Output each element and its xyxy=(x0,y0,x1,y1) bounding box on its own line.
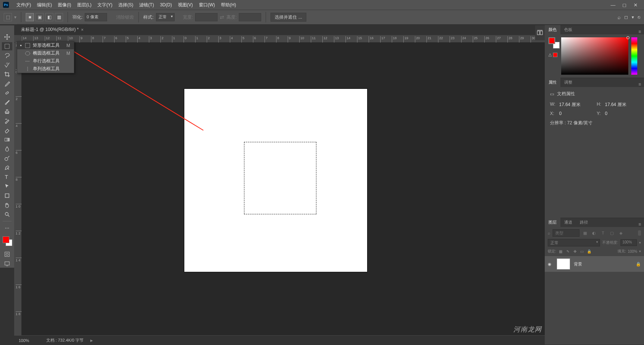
filter-type-icon[interactable]: T xyxy=(600,230,606,236)
swap-wh-icon[interactable]: ⇄ xyxy=(220,14,224,20)
fill-input[interactable]: 100% xyxy=(628,249,637,254)
flyout-ellipse-marquee[interactable]: 椭圆选框工具 M xyxy=(17,49,74,57)
color-field[interactable] xyxy=(561,37,628,75)
select-and-mask-button[interactable]: 选择并遮住 ... xyxy=(271,13,306,22)
stamp-tool[interactable] xyxy=(2,108,12,116)
sel-subtract-icon[interactable]: ◧ xyxy=(45,13,53,21)
adjustments-tab[interactable]: 调整 xyxy=(560,78,576,87)
tool-preset-icon[interactable]: ⬚ xyxy=(4,13,12,21)
filter-adjust-icon[interactable]: ◐ xyxy=(591,230,597,236)
layer-thumbnail[interactable] xyxy=(557,258,570,270)
properties-tab[interactable]: 属性 xyxy=(545,78,560,87)
frame-icon[interactable]: ◻ xyxy=(624,15,628,20)
zoom-level[interactable]: 100% xyxy=(19,338,40,343)
layer-filter-input[interactable] xyxy=(553,229,579,237)
menu-file[interactable]: 文件(F) xyxy=(13,0,34,10)
share-icon[interactable]: ⎋ xyxy=(638,15,640,20)
screenmode-tool[interactable] xyxy=(2,259,12,268)
blur-tool[interactable] xyxy=(2,145,12,153)
edit-toolbar-icon[interactable]: ⋯ xyxy=(2,224,12,232)
feather-input[interactable]: 0 像素 xyxy=(85,13,107,21)
lock-icon[interactable]: 🔒 xyxy=(636,262,641,267)
flyout-rect-marquee[interactable]: ● 矩形选框工具 M xyxy=(17,41,74,49)
selection-marquee[interactable] xyxy=(244,142,316,214)
ruler-vertical[interactable]: 2024681 01 21 41 61 8 xyxy=(14,43,22,335)
maximize-button[interactable]: ◻ xyxy=(619,1,630,9)
status-menu-icon[interactable]: ▶ xyxy=(90,339,93,342)
doc-info[interactable]: 文档 : 732.4K/0 字节 xyxy=(46,338,84,343)
workspace-icon[interactable]: ▾ xyxy=(632,15,634,20)
blend-mode-select[interactable]: 正常 xyxy=(548,239,600,246)
style-select[interactable]: 正常 xyxy=(156,13,175,21)
path-select-tool[interactable] xyxy=(2,182,12,190)
lock-all-icon[interactable]: 🔒 xyxy=(587,249,592,254)
lasso-tool[interactable] xyxy=(2,52,12,60)
color-panel-menu-icon[interactable]: ≡ xyxy=(635,29,644,34)
document-tab[interactable]: 未标题-1 @ 100%(RGB/8#) * × xyxy=(17,24,87,35)
flyout-row-marquee[interactable]: 单行选框工具 xyxy=(17,57,74,65)
crop-tool[interactable] xyxy=(2,70,12,78)
layer-name[interactable]: 背景 xyxy=(574,261,632,267)
sel-new-icon[interactable]: ■ xyxy=(26,13,34,21)
history-panel-icon[interactable] xyxy=(537,29,543,36)
hand-tool[interactable] xyxy=(2,201,12,209)
pen-tool[interactable] xyxy=(2,164,12,172)
panel-fg-swatch[interactable] xyxy=(548,37,555,44)
flyout-col-marquee[interactable]: 单列选框工具 xyxy=(17,65,74,73)
sel-add-icon[interactable]: ▣ xyxy=(35,13,44,21)
foreground-swatch[interactable] xyxy=(3,236,9,243)
hue-slider[interactable] xyxy=(631,37,637,75)
menu-type[interactable]: 文字(Y) xyxy=(94,0,115,10)
color-swatches[interactable] xyxy=(2,236,12,246)
menu-3d[interactable]: 3D(D) xyxy=(157,0,175,10)
close-window-button[interactable]: ✕ xyxy=(630,1,641,9)
lock-position-icon[interactable]: ✥ xyxy=(572,249,578,254)
menu-select[interactable]: 选择(S) xyxy=(115,0,136,10)
marquee-tool[interactable] xyxy=(2,42,12,50)
shape-tool[interactable] xyxy=(2,192,12,200)
menu-window[interactable]: 窗口(W) xyxy=(196,0,218,10)
layer-row-background[interactable]: ◉ 背景 🔒 xyxy=(545,256,644,272)
filter-image-icon[interactable]: ▦ xyxy=(582,230,588,236)
history-brush-tool[interactable] xyxy=(2,117,12,125)
filter-shape-icon[interactable]: ▢ xyxy=(609,230,615,236)
zoom-tool[interactable] xyxy=(2,210,12,218)
panel-color-swatches[interactable] xyxy=(548,37,558,47)
lock-pixels-icon[interactable]: ▦ xyxy=(558,249,563,254)
dodge-tool[interactable] xyxy=(2,154,12,162)
minimize-button[interactable]: — xyxy=(607,1,619,9)
paths-tab[interactable]: 路径 xyxy=(576,218,592,227)
opacity-input[interactable]: 100% xyxy=(620,239,637,246)
type-tool[interactable]: T xyxy=(2,173,12,181)
props-panel-menu-icon[interactable]: ≡ xyxy=(635,82,644,87)
quickmask-tool[interactable] xyxy=(2,250,12,258)
filter-smart-icon[interactable]: ◈ xyxy=(618,230,624,236)
lock-artboard-icon[interactable]: ▭ xyxy=(579,249,585,254)
swatches-tab[interactable]: 色板 xyxy=(560,25,576,34)
menu-layer[interactable]: 图层(L) xyxy=(74,0,95,10)
filter-toggle[interactable] xyxy=(638,230,641,236)
menu-filter[interactable]: 滤镜(T) xyxy=(136,0,157,10)
eyedropper-tool[interactable] xyxy=(2,80,12,88)
visibility-icon[interactable]: ◉ xyxy=(548,262,553,267)
search-icon[interactable]: ⌕ xyxy=(618,14,620,20)
eraser-tool[interactable] xyxy=(2,126,12,134)
layers-tab[interactable]: 图层 xyxy=(545,218,560,227)
brush-tool[interactable] xyxy=(2,98,12,106)
healing-tool[interactable] xyxy=(2,89,12,97)
menu-view[interactable]: 视图(V) xyxy=(175,0,196,10)
close-tab-icon[interactable]: × xyxy=(81,27,84,32)
menu-help[interactable]: 帮助(H) xyxy=(218,0,239,10)
gamut-warning-icon[interactable]: △ xyxy=(548,52,551,57)
panel-dock-strip[interactable] xyxy=(535,25,545,40)
lock-paint-icon[interactable]: ✎ xyxy=(565,249,570,254)
move-tool[interactable] xyxy=(2,33,12,41)
gamut-swatch[interactable] xyxy=(553,53,557,57)
channels-tab[interactable]: 通道 xyxy=(560,218,576,227)
menu-edit[interactable]: 编辑(E) xyxy=(34,0,55,10)
filter-search-icon[interactable]: ⌕ xyxy=(548,231,550,235)
sel-intersect-icon[interactable]: ▦ xyxy=(55,13,63,21)
gradient-tool[interactable] xyxy=(2,136,12,144)
menu-image[interactable]: 图像(I) xyxy=(55,0,74,10)
quick-select-tool[interactable] xyxy=(2,61,12,69)
